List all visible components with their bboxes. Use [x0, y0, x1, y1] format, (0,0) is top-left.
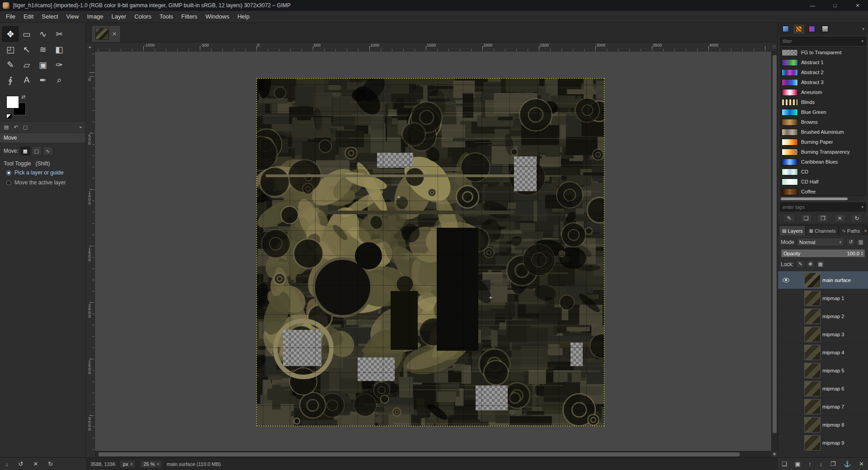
menu-item[interactable]: Help — [233, 11, 254, 22]
zoom-dropdown[interactable]: 25 % ▾ — [140, 460, 162, 468]
duplicate-layer-button[interactable]: ❐ — [830, 461, 836, 467]
opacity-slider[interactable]: Opacity 100.0 ▴ ▾ — [781, 249, 865, 258]
visibility-toggle[interactable] — [780, 314, 792, 319]
undo-history-icon[interactable]: ↶ — [12, 123, 20, 131]
visibility-toggle[interactable] — [780, 350, 792, 355]
gradient-item[interactable]: FG to Transparent — [780, 47, 866, 57]
delete-tool-preset-button[interactable]: ✕ — [33, 461, 38, 467]
dock-chevron-icon[interactable]: ▾ — [860, 27, 866, 31]
gradient-item[interactable]: CD — [780, 167, 866, 177]
menu-item[interactable]: Layer — [108, 11, 131, 22]
gradient-item[interactable]: Browns — [780, 117, 866, 127]
edit-gradient-button[interactable]: ✎ — [783, 214, 795, 223]
radio-option[interactable]: Move the active layer — [0, 178, 85, 188]
refresh-gradients-button[interactable]: ↻ — [851, 214, 863, 223]
swap-colors-icon[interactable]: ⇄ — [21, 94, 25, 100]
horizontal-ruler[interactable]: -1000-5000500100015002000250030003500400… — [95, 42, 771, 52]
clone-tool[interactable]: ▣ — [35, 57, 51, 72]
restore-tool-preset-button[interactable]: ↺ — [19, 461, 24, 467]
vertical-ruler[interactable]: 050010001500200025003000 — [86, 52, 95, 451]
gradient-item[interactable]: Abstract 3 — [780, 77, 866, 87]
gradient-item[interactable]: Blinds — [780, 97, 866, 107]
reset-tool-options-button[interactable]: ↻ — [48, 461, 53, 467]
vertical-scroll-thumb[interactable] — [773, 55, 777, 433]
lower-layer-button[interactable]: ↓ — [820, 461, 823, 467]
mode-reset-button[interactable]: ↺ — [846, 238, 855, 246]
layer-row[interactable]: main surface — [778, 271, 868, 289]
layer-row[interactable]: mipmap 8 — [778, 416, 868, 434]
panel-menu-icon[interactable]: ▸ — [78, 125, 83, 129]
blend-space-button[interactable]: ▥ — [856, 238, 865, 246]
close-button[interactable]: ✕ — [848, 0, 867, 11]
tab-layers[interactable]: ▤ Layers — [779, 226, 806, 235]
menu-item[interactable]: Colors — [130, 11, 156, 22]
gradient-list-scrollbar[interactable] — [781, 197, 864, 201]
mode-dropdown[interactable]: Normal ▾ — [797, 238, 844, 246]
text-tool[interactable]: A — [19, 72, 35, 88]
filter-input[interactable] — [783, 38, 861, 44]
gradient-item[interactable]: CD Half — [780, 177, 866, 187]
gradient-item[interactable]: Aneurism — [780, 87, 866, 97]
eraser-tool[interactable]: ▱ — [19, 57, 35, 72]
gradient-item[interactable]: Abstract 1 — [780, 57, 866, 67]
move-tool[interactable]: ✥ — [2, 26, 19, 42]
visibility-toggle[interactable] — [780, 332, 792, 337]
spin-down-icon[interactable]: ▾ — [861, 254, 863, 256]
move-selection-mode-button[interactable]: ▢ — [32, 146, 42, 155]
visibility-toggle[interactable] — [780, 404, 792, 409]
free-select-tool[interactable]: ∿ — [35, 26, 51, 42]
rectangle-select-tool[interactable]: ▭ — [19, 26, 35, 42]
horizontal-scroll-thumb[interactable] — [99, 452, 740, 456]
layer-row[interactable]: mipmap 5 — [778, 362, 868, 380]
horizontal-scrollbar[interactable] — [95, 451, 771, 457]
duplicate-gradient-button[interactable]: ❐ — [817, 214, 829, 223]
gradient-scroll-thumb[interactable] — [781, 197, 848, 200]
scissors-select-tool[interactable]: ✂ — [51, 26, 67, 42]
close-tab-icon[interactable]: ✕ — [112, 31, 117, 37]
layer-row[interactable]: mipmap 7 — [778, 398, 868, 416]
ruler-corner-menu[interactable]: ▸ — [86, 42, 95, 52]
save-tool-preset-button[interactable]: ↓ — [5, 461, 9, 467]
menu-item[interactable]: Tools — [156, 11, 177, 22]
visibility-toggle[interactable] — [780, 368, 792, 373]
paths-tool[interactable]: ∮ — [2, 72, 19, 88]
tags-input[interactable] — [783, 204, 861, 210]
vertical-scrollbar[interactable] — [771, 52, 778, 451]
tool-options-tab-icon[interactable]: ▤ — [2, 123, 10, 131]
new-gradient-button[interactable]: ❏ — [800, 214, 812, 223]
move-layer-mode-button[interactable]: ▦ — [20, 146, 30, 155]
gradient-item[interactable]: Abstract 2 — [780, 67, 866, 77]
radio-option[interactable]: Pick a layer or guide — [0, 168, 85, 178]
menu-item[interactable]: File — [2, 11, 19, 22]
chevron-down-icon[interactable]: ▾ — [861, 39, 863, 43]
opacity-spinner[interactable]: ▴ ▾ — [861, 251, 863, 256]
menu-item[interactable]: Edit — [19, 11, 38, 22]
new-layer-group-button[interactable]: ▣ — [795, 461, 800, 467]
smudge-tool[interactable]: ✑ — [51, 57, 67, 72]
menu-item[interactable]: View — [62, 11, 83, 22]
delete-gradient-button[interactable]: ✕ — [834, 214, 846, 223]
crop-tool[interactable]: ◰ — [2, 42, 19, 57]
layer-row[interactable]: mipmap 6 — [778, 380, 868, 398]
layer-row[interactable]: mipmap 1 — [778, 289, 868, 307]
dock-tab-fonts[interactable] — [819, 24, 831, 34]
visibility-toggle[interactable] — [780, 278, 792, 282]
delete-layer-button[interactable]: ✕ — [859, 461, 864, 467]
layer-row[interactable]: mipmap 4 — [778, 343, 868, 362]
menu-item[interactable]: Select — [38, 11, 62, 22]
anchor-layer-button[interactable]: ⚓ — [844, 461, 851, 467]
warp-transform-tool[interactable]: ≋ — [35, 42, 51, 57]
gradient-item[interactable]: Burning Transparency — [780, 147, 866, 157]
layer-row[interactable]: mipmap 3 — [778, 325, 868, 343]
new-layer-button[interactable]: ❏ — [782, 461, 787, 467]
device-status-icon[interactable]: ▢ — [21, 123, 29, 131]
raise-layer-button[interactable]: ↑ — [808, 461, 811, 467]
alignment-tool[interactable]: ↖ — [19, 42, 35, 57]
pencil-tool[interactable]: ✎ — [2, 57, 19, 72]
zoom-tool[interactable]: ⌕ — [51, 72, 67, 88]
lock-position-button[interactable]: ✥ — [806, 260, 815, 268]
visibility-toggle[interactable] — [780, 296, 792, 301]
foreground-color-swatch[interactable] — [6, 96, 19, 108]
default-colors-icon[interactable] — [6, 114, 12, 118]
menu-item[interactable]: Image — [83, 11, 107, 22]
